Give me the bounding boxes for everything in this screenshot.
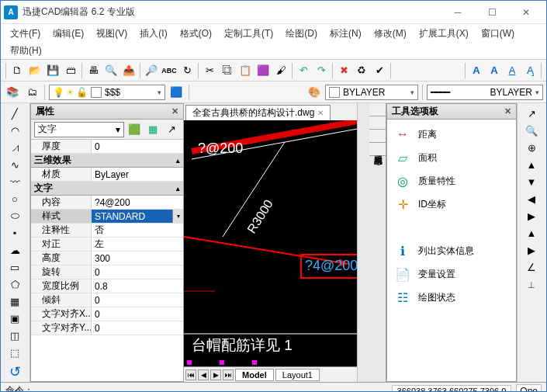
prop-material[interactable]: 材质 ByLayer xyxy=(31,168,183,182)
quickselect-icon[interactable]: 🟩 xyxy=(126,121,143,138)
ellipse-icon[interactable]: ⬭ xyxy=(2,207,27,224)
angle-icon[interactable]: ∠ xyxy=(519,258,544,276)
tool-palette-close-icon[interactable]: ✕ xyxy=(504,106,511,116)
oops-icon[interactable]: ♻ xyxy=(353,62,370,79)
layer-mgr-icon[interactable]: 📚 xyxy=(4,84,21,101)
prop-style[interactable]: 样式 STANDARD ▾ xyxy=(31,210,183,224)
tab-prev-icon[interactable]: ◀ xyxy=(198,369,209,380)
command-prompt[interactable]: 命令： xyxy=(5,384,33,392)
tab-close-icon[interactable]: ✕ xyxy=(317,109,324,117)
vtab-3dorbit[interactable]: 三维动态观察 xyxy=(369,143,386,156)
prop-category-text[interactable]: 文字▴ xyxy=(31,182,183,196)
revcloud-icon[interactable]: ☁ xyxy=(2,241,27,258)
freehand-icon[interactable]: ∿ xyxy=(2,156,27,173)
layer-prev-icon[interactable]: 🟦 xyxy=(168,84,185,101)
layout1-tab[interactable]: Layout1 xyxy=(275,369,320,381)
pasteblock-icon[interactable]: 🟪 xyxy=(254,62,272,79)
model-tab[interactable]: Model xyxy=(235,369,274,381)
layer-dropdown[interactable]: 💡☀🔓 $$$ ▾ xyxy=(49,85,165,100)
undo2-icon[interactable]: ↺ xyxy=(2,363,27,380)
spell-icon[interactable]: ABC xyxy=(161,62,178,79)
polyline-icon[interactable]: ⩘ xyxy=(2,139,27,156)
prop-category-3d[interactable]: 三维效果▴ xyxy=(31,154,183,168)
vtab-layout[interactable]: 布局 xyxy=(369,103,386,116)
rect-icon[interactable]: ▭ xyxy=(2,258,27,276)
find-icon[interactable]: 🔎 xyxy=(143,62,160,79)
tool-distance[interactable]: ↔ 距离 xyxy=(390,123,513,146)
tab-first-icon[interactable]: ⏮ xyxy=(185,369,196,380)
audit-icon[interactable]: ✔ xyxy=(371,62,388,79)
color-dropdown[interactable]: BYLAYER ▾ xyxy=(325,85,418,100)
target-icon[interactable]: ⊕ xyxy=(519,139,544,156)
prop-align[interactable]: 对正 左 xyxy=(31,238,183,252)
canvas-selected-text[interactable]: ?4@200 xyxy=(305,258,357,274)
layer-states-icon[interactable]: 🗂 xyxy=(23,84,40,101)
select-icon[interactable]: ↗ xyxy=(163,121,180,138)
refresh-icon[interactable]: ↻ xyxy=(178,62,196,79)
menu-view[interactable]: 视图(V) xyxy=(90,26,133,42)
redo-icon[interactable]: ↷ xyxy=(313,62,330,79)
tool-massprops[interactable]: ◎ 质量特性 xyxy=(390,169,513,193)
canvas-scrollbar[interactable] xyxy=(357,103,369,382)
prop-aligny[interactable]: 文字对齐Y... 0 xyxy=(31,321,183,335)
color-icon[interactable]: 🎨 xyxy=(306,84,323,101)
saveall-icon[interactable]: 🗃 xyxy=(62,62,79,79)
matchprop-icon[interactable]: 🖌 xyxy=(272,62,289,79)
bottom-icon[interactable]: ▶ xyxy=(519,241,544,258)
menu-window[interactable]: 窗口(W) xyxy=(475,26,521,42)
menu-draw[interactable]: 绘图(D) xyxy=(279,26,324,42)
menu-annotate[interactable]: 标注(N) xyxy=(324,26,368,42)
polygon-icon[interactable]: ⬠ xyxy=(2,276,27,293)
right-icon[interactable]: ▶ xyxy=(519,207,544,224)
prop-thickness[interactable]: 厚度 0 xyxy=(31,140,183,154)
left-icon[interactable]: ◀ xyxy=(519,190,544,207)
flip-icon[interactable]: ▼ xyxy=(519,173,544,190)
publish-icon[interactable]: 📤 xyxy=(120,62,137,79)
prop-content[interactable]: 内容 ?4@200 xyxy=(31,196,183,210)
text-a1-icon[interactable]: A xyxy=(468,62,485,79)
prop-slant[interactable]: 倾斜 0 xyxy=(31,293,183,307)
menu-insert[interactable]: 插入(I) xyxy=(133,26,173,42)
vtab-layer[interactable]: 图层 xyxy=(369,116,386,130)
open-icon[interactable]: 📂 xyxy=(26,62,43,79)
text-a4-icon[interactable]: A̧ xyxy=(521,62,538,79)
tab-last-icon[interactable]: ⏭ xyxy=(223,369,234,380)
prop-annotative[interactable]: 注释性 否 xyxy=(31,224,183,238)
menu-format[interactable]: 格式(O) xyxy=(174,26,218,42)
maximize-button[interactable]: ☐ xyxy=(475,1,509,24)
properties-close-icon[interactable]: ✕ xyxy=(171,106,178,116)
arc-icon[interactable]: ◠ xyxy=(2,122,27,139)
linetype-dropdown[interactable]: ━━━━ BYLAYER ▾ xyxy=(427,85,543,100)
style-dropdown-button[interactable]: ▾ xyxy=(172,210,183,223)
point-icon[interactable]: • xyxy=(2,224,27,241)
menu-ext[interactable]: 扩展工具(X) xyxy=(413,26,475,42)
circle-icon[interactable]: ○ xyxy=(2,190,27,207)
tool-idpoint[interactable]: ✛ ID坐标 xyxy=(390,193,513,216)
prop-alignx[interactable]: 文字对齐X... 0 xyxy=(31,307,183,321)
selection-dropdown[interactable]: 文字 ▾ xyxy=(34,122,124,137)
boundary-icon[interactable]: ▣ xyxy=(2,310,27,327)
menu-file[interactable]: 文件(F) xyxy=(4,26,47,42)
spline-icon[interactable]: 〰 xyxy=(2,173,27,190)
tool-list-entity[interactable]: ℹ 列出实体信息 xyxy=(390,239,513,262)
vtab-view[interactable]: 视图 xyxy=(369,130,386,143)
wipeout-icon[interactable]: ⬚ xyxy=(2,344,27,361)
prop-rotate[interactable]: 旋转 0 xyxy=(31,265,183,279)
new-icon[interactable]: 🗋 xyxy=(9,62,26,79)
prop-height[interactable]: 高度 300 xyxy=(31,252,183,265)
menu-help[interactable]: 帮助(H) xyxy=(4,43,48,59)
save-icon[interactable]: 💾 xyxy=(44,62,61,79)
drawing-canvas[interactable]: ?@200 R3000 ?4@200 台帽配筋详见 1 xyxy=(184,120,357,366)
hatch-icon[interactable]: ▦ xyxy=(2,293,27,310)
menu-edit[interactable]: 编辑(E) xyxy=(47,26,90,42)
text-a3-icon[interactable]: A xyxy=(504,62,521,79)
tool-area[interactable]: ▱ 面积 xyxy=(390,146,513,169)
mirror-icon[interactable]: ▲ xyxy=(519,156,544,173)
angle2-icon[interactable]: ⟂ xyxy=(519,276,544,293)
undo-icon[interactable]: ↶ xyxy=(295,62,312,79)
prop-widthratio[interactable]: 宽度比例 0.8 xyxy=(31,279,183,293)
document-tab[interactable]: 全套古典拱桥的结构设计.dwg ✕ xyxy=(185,105,331,120)
copy-icon[interactable]: ⿻ xyxy=(219,62,236,79)
preview-icon[interactable]: 🔍 xyxy=(102,62,119,79)
tool-status[interactable]: ☷ 绘图状态 xyxy=(390,286,513,309)
